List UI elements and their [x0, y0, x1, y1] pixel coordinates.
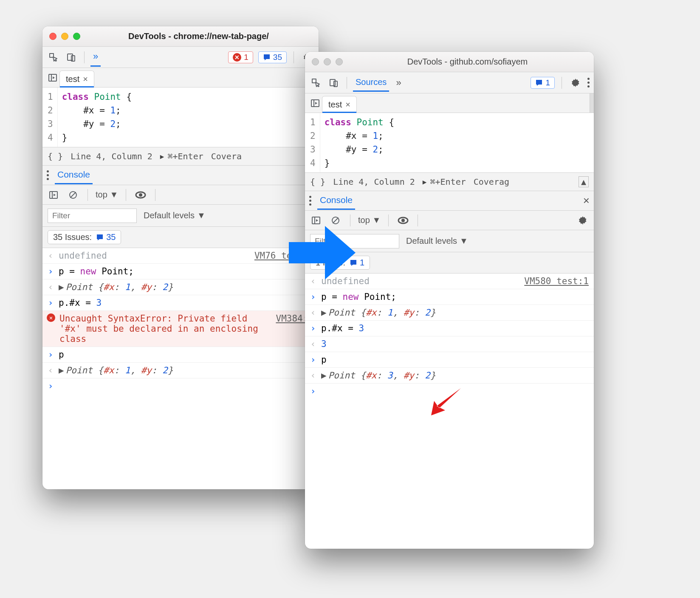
run-snippet-button[interactable]: ▶⌘+Enter: [160, 151, 203, 161]
device-toolbar-icon[interactable]: [65, 51, 78, 64]
editor-statusbar: { } Line 4, Column 2 ▶⌘+Enter Coverag ▲: [305, 172, 594, 191]
navigator-toggle-icon[interactable]: [308, 96, 322, 110]
disclosure-triangle-icon[interactable]: ▶: [321, 370, 327, 381]
collapse-drawer-icon[interactable]: ▲: [579, 176, 589, 187]
clear-console-icon[interactable]: [66, 188, 80, 202]
output-marker-icon: ‹: [309, 339, 317, 349]
log-input-row[interactable]: › p.#x = 3: [305, 321, 594, 336]
coverage-tab[interactable]: Covera: [211, 151, 242, 161]
drawer-menu-icon[interactable]: [309, 196, 311, 206]
file-tab-label: test: [66, 74, 79, 84]
scrollbar-track[interactable]: [590, 93, 594, 113]
input-marker-icon: ›: [47, 266, 54, 276]
console-prompt[interactable]: ›: [42, 378, 319, 394]
inspect-element-icon[interactable]: [47, 51, 60, 64]
line-gutter: 1 2 3 4: [305, 113, 320, 172]
devtools-window-after: DevTools - github.com/sofiayem Sources »…: [305, 52, 594, 549]
context-selector[interactable]: top ▼: [358, 215, 381, 225]
svg-point-15: [401, 219, 405, 222]
window-title: DevTools - github.com/sofiayem: [348, 57, 587, 67]
panel-tab-sources[interactable]: Sources: [353, 74, 389, 92]
minimize-window-icon[interactable]: [61, 33, 68, 40]
close-window-icon[interactable]: [312, 58, 319, 65]
divider: [347, 77, 347, 89]
issues-chip[interactable]: 35 Issues: 35: [48, 230, 121, 244]
output-marker-icon: ‹: [47, 365, 54, 375]
inspect-element-icon[interactable]: [309, 76, 323, 90]
issues-bar: 35 Issues: 35: [42, 227, 319, 248]
input-marker-icon: ›: [47, 350, 54, 360]
titlebar[interactable]: DevTools - chrome://new-tab-page/: [42, 26, 319, 47]
chevron-down-icon: ▼: [460, 236, 468, 246]
console-tab[interactable]: Console: [317, 192, 355, 210]
divider: [155, 189, 155, 201]
filter-input[interactable]: [48, 209, 137, 223]
code-text[interactable]: class Point { #x = 1; #y = 2; }: [58, 87, 319, 147]
log-input-row[interactable]: › p = new Point;: [305, 289, 594, 305]
input-marker-icon: ›: [309, 292, 317, 302]
log-output-row: ‹ ▶Point {#x: 1, #y: 2}: [305, 305, 594, 321]
console-sidebar-toggle-icon[interactable]: [47, 188, 60, 202]
sources-tabstrip: test ×: [42, 68, 319, 87]
disclosure-triangle-icon[interactable]: ▶: [321, 307, 327, 318]
navigator-toggle-icon[interactable]: [46, 71, 59, 85]
zoom-window-icon[interactable]: [336, 58, 343, 65]
log-input-row[interactable]: › p: [305, 352, 594, 368]
drawer-menu-icon[interactable]: [47, 170, 49, 180]
divider: [418, 214, 418, 226]
code-text[interactable]: class Point { #x = 1; #y = 2; }: [320, 113, 594, 172]
zoom-window-icon[interactable]: [73, 33, 80, 40]
context-selector[interactable]: top ▼: [96, 190, 118, 200]
log-levels-dropdown[interactable]: Default levels ▼: [144, 211, 206, 220]
log-source-link[interactable]: VM580 test:1: [524, 276, 589, 286]
more-menu-icon[interactable]: [587, 78, 590, 87]
titlebar[interactable]: DevTools - github.com/sofiayem: [305, 52, 594, 72]
cursor-position: Line 4, Column 2: [333, 177, 415, 187]
divider: [294, 51, 294, 63]
errors-count: 1: [244, 53, 248, 62]
device-toolbar-icon[interactable]: [327, 76, 341, 90]
log-input-row[interactable]: › p = new Point;: [42, 264, 319, 279]
console-tab[interactable]: Console: [55, 166, 93, 184]
issues-badge[interactable]: 35: [258, 51, 287, 63]
chevron-down-icon: ▼: [110, 190, 118, 199]
live-expression-icon[interactable]: [134, 188, 147, 202]
issues-badge[interactable]: 1: [531, 77, 555, 89]
log-input-row[interactable]: › p: [42, 347, 319, 363]
close-tab-icon[interactable]: ×: [345, 100, 350, 110]
window-title: DevTools - chrome://new-tab-page/: [85, 31, 312, 41]
error-message: Uncaught SyntaxError: Private field '#x'…: [59, 313, 271, 344]
code-editor[interactable]: 1 2 3 4 class Point { #x = 1; #y = 2; }: [42, 87, 319, 147]
console-settings-gear-icon[interactable]: [576, 214, 590, 227]
drawer-tabstrip: Console: [42, 166, 319, 185]
pretty-print-icon[interactable]: { }: [48, 151, 63, 161]
disclosure-triangle-icon[interactable]: ▶: [59, 365, 64, 375]
errors-badge[interactable]: ✕ 1: [228, 51, 253, 63]
settings-gear-icon[interactable]: [569, 76, 582, 90]
panel-overflow-icon[interactable]: »: [90, 48, 101, 67]
pretty-print-icon[interactable]: { }: [310, 177, 325, 187]
file-tab-label: test: [328, 100, 342, 110]
main-toolbar: Sources » 1: [305, 72, 594, 93]
log-levels-dropdown[interactable]: Default levels ▼: [406, 236, 468, 246]
output-marker-icon: ‹: [47, 251, 54, 261]
minimize-window-icon[interactable]: [324, 58, 331, 65]
panel-overflow-icon[interactable]: »: [393, 77, 404, 88]
coverage-tab[interactable]: Coverag: [474, 177, 509, 187]
drawer-tabstrip: Console ×: [305, 191, 594, 211]
run-snippet-button[interactable]: ▶⌘+Enter: [423, 177, 466, 187]
log-input-row[interactable]: › p.#x = 3: [42, 295, 319, 311]
svg-rect-8: [330, 79, 335, 86]
code-editor[interactable]: 1 2 3 4 class Point { #x = 1; #y = 2; }: [305, 113, 594, 172]
chevron-down-icon: ▼: [197, 211, 206, 220]
issues-n: 1: [360, 258, 364, 268]
disclosure-triangle-icon[interactable]: ▶: [59, 282, 64, 292]
file-tab-test[interactable]: test ×: [59, 71, 94, 87]
output-marker-icon: ‹: [47, 282, 54, 292]
close-tab-icon[interactable]: ×: [83, 74, 88, 84]
live-expression-icon[interactable]: [396, 214, 410, 227]
close-drawer-icon[interactable]: ×: [583, 194, 590, 207]
close-window-icon[interactable]: [49, 33, 56, 40]
output-marker-icon: ‹: [309, 370, 317, 381]
file-tab-test[interactable]: test ×: [322, 96, 357, 113]
